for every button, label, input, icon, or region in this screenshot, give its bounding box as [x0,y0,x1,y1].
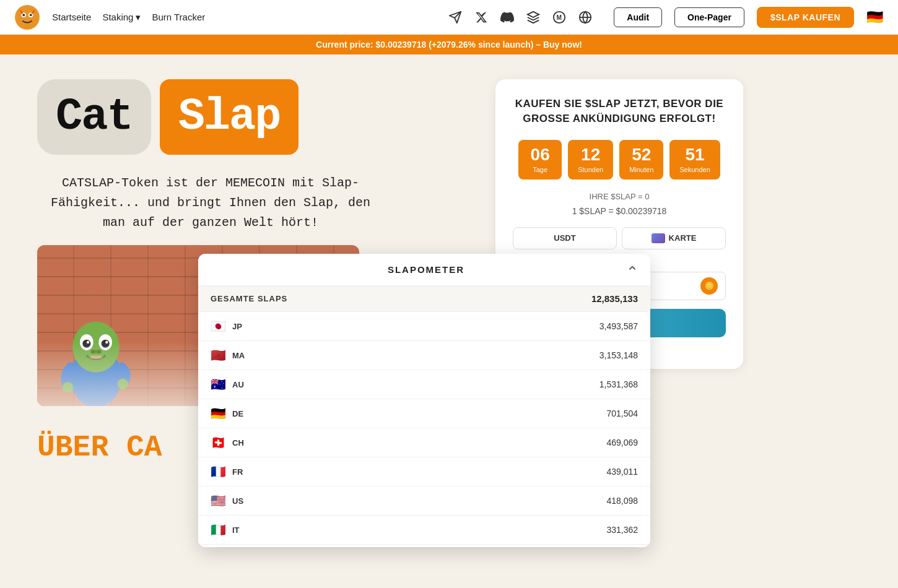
svg-point-4 [30,14,32,16]
slap-label: Slap [160,79,299,155]
countdown-hours: 12 Stunden [568,140,613,179]
mask-icon[interactable] [525,9,542,26]
slap-row-left: 🇮🇹 IT [211,522,240,537]
slapometer-panel: SLAPOMETER GESAMTE SLAPS 12,835,133 🇯🇵 J… [198,254,650,547]
countdown-days: 06 Tage [518,140,562,179]
country-code: AU [232,380,244,389]
country-flag: 🇲🇦 [211,348,226,363]
country-flag: 🇨🇭 [211,435,226,450]
nav-links: Startseite Staking ▾ Burn Tracker [52,12,434,23]
slapometer-header: SLAPOMETER [198,254,650,286]
buy-button[interactable]: $SLAP KAUFEN [757,7,854,28]
nav-social-icons: M [447,9,594,26]
country-code: CH [232,438,244,447]
slap-list-item: 🇲🇦 MA 3,153,148 [198,341,650,370]
country-code: IT [232,525,240,535]
slap-count: 418,098 [606,496,638,506]
slap-list-item: 🇮🇹 IT 331,362 [198,516,650,545]
slap-list-item: 🇧🇬 BG 277,589 [198,545,650,547]
slap-row-left: 🇯🇵 JP [211,319,242,334]
countdown-minutes: 52 Minuten [619,140,663,179]
country-flag: 🇦🇺 [211,377,226,392]
slap-list-item: 🇺🇸 US 418,098 [198,486,650,516]
slap-row-left: 🇫🇷 FR [211,464,243,479]
nav-burn-tracker[interactable]: Burn Tracker [152,12,205,22]
chevron-down-icon: ▾ [136,12,141,23]
hero-description: CATSLAP-Token ist der MEMECOIN mit Slap-… [37,173,384,233]
slap-row-left: 🇩🇪 DE [211,406,243,421]
card-icon [652,233,665,243]
country-code: FR [232,467,243,477]
svg-text:M: M [557,14,562,20]
slap-count: 701,504 [606,409,638,418]
price-ticker: Current price: $0.00239718 (+2079.26% si… [0,35,898,54]
svg-point-3 [22,14,25,16]
country-code: JP [232,322,242,331]
tab-card[interactable]: KARTE [622,227,726,249]
slap-list-item: 🇫🇷 FR 439,011 [198,457,650,486]
country-code: US [232,496,243,506]
telegram-icon[interactable] [447,9,464,26]
slap-country-list: 🇯🇵 JP 3,493,587 🇲🇦 MA 3,153,148 🇦🇺 AU 1,… [198,312,650,547]
slap-total-row: GESAMTE SLAPS 12,835,133 [198,286,650,312]
slap-total-label: GESAMTE SLAPS [211,294,287,303]
slap-count: 331,362 [606,525,638,535]
slapometer-title: SLAPOMETER [225,264,627,275]
globe-icon[interactable] [577,9,594,26]
navbar: Startseite Staking ▾ Burn Tracker [0,0,898,35]
discord-icon[interactable] [499,9,516,26]
country-code: MA [232,351,245,360]
tab-usdt[interactable]: USDT [513,227,617,249]
slap-count: 469,069 [606,438,638,447]
country-flag: 🇺🇸 [211,493,226,508]
nav-startseite[interactable]: Startseite [52,12,91,22]
country-flag: 🇫🇷 [211,464,226,479]
slap-count: 3,153,148 [599,350,638,360]
site-logo[interactable] [15,5,40,30]
slap-count: 1,531,368 [599,379,638,389]
slap-row-left: 🇲🇦 MA [211,348,245,363]
country-flag: 🇮🇹 [211,522,226,537]
language-flag[interactable]: 🇩🇪 [866,9,883,25]
slap-count: 439,011 [606,467,638,477]
token-icon: 🪙 [700,277,718,295]
slap-list-item: 🇩🇪 DE 701,504 [198,399,650,428]
slap-list-item: 🇦🇺 AU 1,531,368 [198,370,650,399]
slap-total-value: 12,835,133 [591,293,638,304]
x-twitter-icon[interactable] [473,9,490,26]
buy-panel-title: KAUFEN SIE $SLAP JETZT, BEVOR DIE GROSSE… [513,97,726,126]
payment-tabs: USDT KARTE [513,227,726,249]
slapometer-close-button[interactable] [627,262,638,277]
onepager-button[interactable]: One-Pager [674,7,744,27]
countdown: 06 Tage 12 Stunden 52 Minuten 51 Sekunde… [513,140,726,179]
m-coin-icon[interactable]: M [551,9,568,26]
slap-row-left: 🇦🇺 AU [211,377,244,392]
slap-row-left: 🇨🇭 CH [211,435,244,450]
nav-staking[interactable]: Staking ▾ [102,12,141,23]
slap-balance: IHRE $SLAP = 0 [513,192,726,201]
cat-label: Cat [37,79,151,155]
logo-area: Cat Slap [37,79,471,155]
slap-count: 3,493,587 [599,321,638,331]
country-flag: 🇩🇪 [211,406,226,421]
country-code: DE [232,409,243,418]
slap-row-left: 🇺🇸 US [211,493,243,508]
slap-rate: 1 $SLAP = $0.00239718 [513,206,726,216]
countdown-seconds: 51 Sekunden [669,140,720,179]
audit-button[interactable]: Audit [614,7,662,27]
country-flag: 🇯🇵 [211,319,226,334]
slap-list-item: 🇨🇭 CH 469,069 [198,428,650,457]
svg-point-0 [15,6,39,29]
slap-list-item: 🇯🇵 JP 3,493,587 [198,312,650,341]
